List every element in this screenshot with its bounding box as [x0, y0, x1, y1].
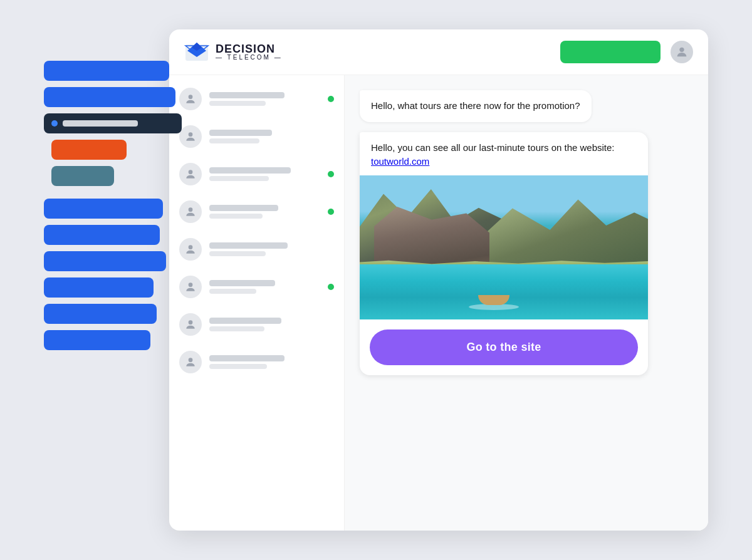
contact-item[interactable]: [169, 80, 344, 118]
contact-item[interactable]: [169, 231, 344, 268]
header: DECISION — TELECOM —: [169, 29, 708, 75]
sidebar-item-7[interactable]: [44, 304, 157, 324]
person-icon: [184, 130, 197, 143]
svg-point-9: [189, 245, 193, 249]
online-indicator: [328, 284, 334, 290]
person-icon: [184, 281, 197, 293]
svg-point-10: [189, 283, 193, 287]
contact-name: [209, 280, 275, 286]
contact-preview: [209, 176, 269, 181]
contact-info: [209, 280, 334, 294]
sidebar-item-2[interactable]: [44, 87, 175, 107]
contact-info: [209, 130, 334, 143]
sidebar-sub-items: [44, 140, 182, 192]
go-to-site-button[interactable]: Go to the site: [370, 329, 638, 365]
online-indicator: [328, 171, 334, 177]
svg-point-6: [189, 132, 193, 137]
sidebar-item-8[interactable]: [44, 330, 150, 350]
person-icon: [184, 168, 197, 180]
contact-preview: [209, 251, 266, 256]
contact-preview: [209, 326, 264, 331]
contact-preview: [209, 289, 256, 294]
svg-point-8: [189, 207, 193, 212]
svg-point-4: [679, 48, 684, 52]
bot-message-text: Hello, you can see all our last-minute t…: [360, 132, 648, 175]
person-icon: [184, 243, 197, 256]
svg-point-7: [189, 170, 193, 174]
user-message: Hello, what tours are there now for the …: [360, 90, 592, 122]
boat: [475, 283, 513, 305]
bot-message: Hello, you can see all our last-minute t…: [360, 132, 648, 375]
contact-avatar: [179, 163, 202, 185]
contact-preview: [209, 101, 266, 106]
sidebar-item-5[interactable]: [44, 251, 166, 271]
header-cta-button[interactable]: [560, 41, 661, 63]
contact-item[interactable]: [169, 268, 344, 306]
scenic-image: [360, 175, 648, 319]
contact-item[interactable]: [169, 193, 344, 231]
contact-avatar: [179, 351, 202, 373]
sidebar-item-teal[interactable]: [51, 166, 114, 186]
svg-point-11: [189, 320, 193, 324]
sidebar-item-active[interactable]: [44, 113, 182, 133]
contact-avatar: [179, 313, 202, 336]
contact-item[interactable]: [169, 306, 344, 343]
main-panel: DECISION — TELECOM —: [169, 29, 708, 531]
contact-name: [209, 130, 272, 136]
contact-avatar: [179, 200, 202, 223]
contact-name: [209, 318, 281, 324]
contact-name: [209, 355, 285, 361]
contact-info: [209, 205, 334, 219]
online-indicator: [328, 96, 334, 102]
contact-info: [209, 318, 334, 331]
person-icon: [184, 205, 197, 218]
contact-info: [209, 92, 334, 106]
contact-info: [209, 167, 334, 181]
logo-icon: [184, 39, 209, 65]
contact-preview: [209, 214, 263, 219]
user-avatar[interactable]: [671, 41, 693, 63]
person-icon: [184, 93, 197, 105]
logo-area: DECISION — TELECOM —: [184, 39, 283, 65]
contact-info: [209, 355, 334, 369]
contact-name: [209, 92, 285, 98]
sidebar-item-label: [63, 120, 138, 127]
cta-wrap: Go to the site: [360, 319, 648, 375]
sidebar-item-orange[interactable]: [51, 140, 127, 160]
sidebar-item-4[interactable]: [44, 225, 160, 245]
svg-point-5: [189, 95, 193, 99]
person-icon: [184, 356, 197, 368]
bot-link[interactable]: toutworld.com: [371, 156, 429, 167]
app-wrapper: DECISION — TELECOM —: [44, 29, 708, 531]
contact-info: [209, 242, 334, 256]
active-indicator: [51, 120, 58, 127]
sidebar-item-6[interactable]: [44, 277, 154, 298]
contact-name: [209, 205, 278, 211]
contact-name: [209, 167, 291, 174]
contact-item[interactable]: [169, 118, 344, 155]
contact-name: [209, 242, 288, 249]
contact-item[interactable]: [169, 155, 344, 193]
contact-avatar: [179, 276, 202, 298]
chat-area: Hello, what tours are there now for the …: [345, 75, 708, 531]
contact-preview: [209, 138, 259, 143]
sidebar-item-1[interactable]: [44, 61, 169, 81]
contact-avatar: [179, 88, 202, 110]
user-icon: [675, 45, 689, 59]
sidebar-item-3[interactable]: [44, 199, 163, 219]
contact-avatar: [179, 238, 202, 261]
contact-avatar: [179, 125, 202, 148]
content-area: Hello, what tours are there now for the …: [169, 75, 708, 531]
svg-point-12: [189, 358, 193, 362]
online-indicator: [328, 209, 334, 215]
person-icon: [184, 318, 197, 331]
contact-preview: [209, 364, 267, 369]
contact-item[interactable]: [169, 343, 344, 381]
logo-decision: DECISION: [216, 43, 283, 54]
sidebar: [44, 61, 182, 350]
logo-text: DECISION — TELECOM —: [216, 43, 283, 61]
contacts-list[interactable]: [169, 75, 345, 531]
logo-telecom: — TELECOM —: [216, 54, 283, 61]
